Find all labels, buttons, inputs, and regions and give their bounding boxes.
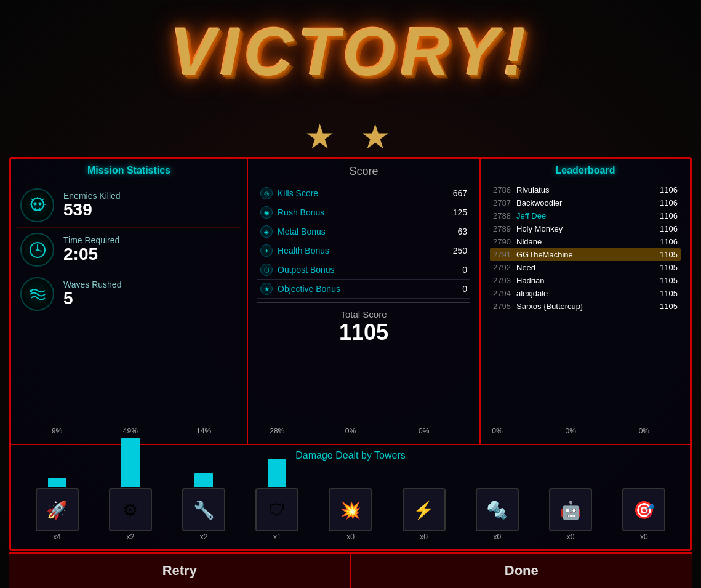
score-metal-row: ◈ Metal Bonus 63 (257, 222, 470, 241)
bar-label-7: 0% (565, 427, 575, 435)
score-objective-value: 0 (462, 284, 467, 294)
lb-row-1: 2787 Backwoodler 1106 (490, 196, 681, 209)
tower-col-0: 9%🚀x4 (28, 427, 86, 541)
tower-icon-7: 🤖 (549, 488, 592, 531)
score-title: Score (257, 165, 470, 178)
bar-label-2: 14% (196, 427, 211, 435)
time-required-icon (20, 233, 54, 267)
tower-col-5: 0%⚡x0 (395, 427, 453, 541)
lb-row-5: 2791 GGTheMachine 1105 (490, 248, 681, 261)
score-kills-row: ◎ Kills Score 667 (257, 184, 470, 203)
tower-count-3: x1 (273, 533, 281, 541)
bar-label-8: 0% (639, 427, 649, 435)
time-required-info: Time Required 2:05 (63, 235, 119, 264)
waves-icon (28, 284, 47, 304)
score-metal-label: ◈ Metal Bonus (260, 225, 326, 238)
svg-line-4 (31, 199, 33, 200)
tower-count-6: x0 (494, 533, 502, 541)
svg-point-1 (33, 202, 36, 205)
tower-icon-1: ⚙ (109, 488, 152, 531)
retry-button[interactable]: Retry (9, 554, 351, 588)
total-score-section: Total Score 1105 (257, 309, 470, 345)
tower-count-1: x2 (126, 533, 134, 541)
total-score-value: 1105 (257, 320, 470, 345)
tower-icon-4: 💥 (329, 488, 372, 531)
waves-rushed-info: Waves Rushed 5 (63, 280, 121, 308)
bar-label-6: 0% (492, 427, 502, 435)
tower-col-3: 28%🛡x1 (248, 427, 306, 541)
score-metal-value: 63 (457, 227, 467, 236)
bottom-bar: Retry Done (9, 552, 692, 588)
svg-line-5 (42, 199, 44, 200)
tower-count-5: x0 (420, 533, 428, 541)
lb-row-3: 2789 Holy Monkey 1106 (490, 222, 681, 235)
tower-col-6: 0%🔩x0 (468, 427, 526, 541)
lb-row-6: 2792 Need 1105 (490, 261, 681, 274)
enemies-killed-icon (20, 188, 54, 222)
score-objective-row: ★ Objective Bonus 0 (257, 280, 470, 299)
metal-icon: ◈ (260, 225, 273, 238)
tower-count-7: x0 (567, 533, 575, 541)
waves-rushed-value: 5 (63, 289, 121, 308)
rush-icon: ◉ (260, 206, 273, 219)
tower-count-0: x4 (53, 533, 61, 541)
score-rush-label: ◉ Rush Bonus (260, 206, 324, 219)
time-required-value: 2:05 (63, 245, 119, 264)
time-required-label: Time Required (63, 235, 119, 245)
skull-icon (28, 196, 47, 215)
score-kills-value: 667 (453, 188, 467, 198)
star-2: ★ (360, 120, 397, 157)
tower-col-2: 14%🔧x2 (175, 427, 233, 541)
tower-icon-0: 🚀 (36, 488, 79, 531)
objective-icon: ★ (260, 283, 273, 295)
leaderboard-title: Leaderboard (490, 165, 681, 176)
enemies-killed-label: Enemies Killed (63, 191, 121, 201)
tower-icon-5: ⚡ (403, 488, 446, 531)
waves-rushed-label: Waves Rushed (63, 280, 121, 289)
lb-row-7: 2793 Hadrian 1105 (490, 274, 681, 287)
score-outpost-label: ⬡ Outpost Bonus (260, 264, 335, 276)
score-kills-label: ◎ Kills Score (260, 187, 318, 199)
outpost-icon: ⬡ (260, 264, 273, 276)
tower-count-4: x0 (346, 533, 355, 541)
svg-point-2 (38, 202, 41, 205)
bar-label-4: 0% (345, 427, 356, 435)
tower-icon-3: 🛡 (255, 488, 298, 531)
score-health-value: 250 (453, 246, 467, 256)
score-outpost-value: 0 (462, 265, 467, 275)
damage-section: Damage Dealt by Towers 9%🚀x449%⚙x214%🔧x2… (11, 444, 690, 549)
lb-row-2: 2788 Jeff Dee 1106 (490, 209, 681, 222)
lb-row-9: 2795 Sarxos {Buttercup} 1105 (490, 300, 681, 313)
star-1: ★ (305, 120, 342, 157)
mission-stats-title: Mission Statistics (17, 165, 241, 176)
clock-icon (28, 240, 47, 260)
tower-col-4: 0%💥x0 (321, 427, 380, 541)
bar-label-3: 28% (270, 427, 284, 435)
enemies-killed-info: Enemies Killed 539 (63, 191, 121, 220)
score-rush-row: ◉ Rush Bonus 125 (257, 203, 470, 222)
score-objective-label: ★ Objective Bonus (260, 283, 340, 295)
score-panel: Score ◎ Kills Score 667 ◉ Rush Bonus 125… (248, 159, 481, 444)
chart-area: 9%🚀x449%⚙x214%🔧x228%🛡x10%💥x00%⚡x00%🔩x00%… (20, 464, 681, 544)
waves-rushed-row: Waves Rushed 5 (17, 272, 241, 316)
leaderboard-panel: Leaderboard 2786 Rivulatus 1106 2787 Bac… (481, 159, 690, 444)
score-health-label: ✦ Health Bonus (260, 244, 329, 257)
bar-label-5: 0% (419, 427, 429, 435)
bar-0 (48, 478, 66, 487)
total-score-label: Total Score (257, 309, 470, 320)
lb-row-0: 2786 Rivulatus 1106 (490, 183, 681, 196)
score-rush-value: 125 (453, 207, 467, 217)
svg-point-0 (31, 198, 44, 211)
done-button[interactable]: Done (351, 554, 692, 588)
lb-row-8: 2794 alexjdale 1105 (490, 287, 681, 300)
tower-count-2: x2 (200, 533, 208, 541)
bar-2 (194, 473, 213, 487)
lb-row-4: 2790 Nidane 1106 (490, 235, 681, 248)
stars-container: ★ ★ (305, 120, 397, 157)
time-required-row: Time Required 2:05 (17, 228, 241, 272)
waves-rushed-icon (20, 277, 54, 311)
bar-label-0: 9% (52, 427, 62, 435)
kills-icon: ◎ (260, 187, 273, 199)
tower-col-1: 49%⚙x2 (101, 427, 159, 541)
enemies-killed-row: Enemies Killed 539 (17, 183, 241, 228)
